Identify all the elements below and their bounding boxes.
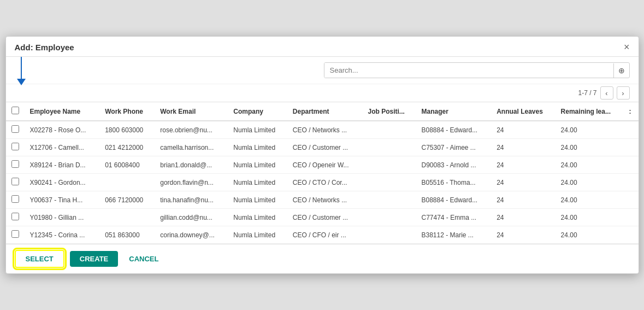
search-icon-button[interactable]: ⊕	[613, 63, 629, 78]
col-header-more: :	[624, 102, 639, 121]
cell-company: Numla Limited	[228, 121, 287, 139]
table-row: X90241 - Gordon... gordon.flavin@n... Nu…	[6, 174, 639, 191]
row-checkbox-cell[interactable]	[6, 209, 25, 226]
create-button[interactable]: CREATE	[70, 251, 118, 267]
cell-more	[624, 121, 639, 139]
cell-company: Numla Limited	[228, 156, 287, 174]
cell-job-position	[362, 226, 416, 244]
cell-employee-name: Y00637 - Tina H...	[25, 191, 100, 209]
cell-work-email: gordon.flavin@n...	[155, 174, 228, 191]
modal-header: Add: Employee ×	[6, 37, 639, 57]
cell-department: CEO / Networks ...	[287, 191, 363, 209]
table-body: X02278 - Rose O... 1800 603000 rose.obri…	[6, 121, 639, 244]
col-header-manager: Manager	[416, 102, 491, 121]
select-all-header[interactable]	[6, 102, 25, 121]
col-header-work-email: Work Email	[155, 102, 228, 121]
row-checkbox-6[interactable]	[11, 230, 19, 238]
arrow-indicator	[17, 57, 26, 85]
select-button[interactable]: SELECT	[15, 250, 64, 268]
next-page-button[interactable]: ›	[617, 86, 630, 100]
cell-work-email: brian1.donald@...	[155, 156, 228, 174]
cell-manager: B05516 - Thoma...	[416, 174, 491, 191]
cell-employee-name: X89124 - Brian D...	[25, 156, 100, 174]
cell-manager: B08884 - Edward...	[416, 191, 491, 209]
select-all-checkbox[interactable]	[11, 107, 19, 114]
cell-employee-name: Y01980 - Gillian ...	[25, 209, 100, 226]
cell-department: CEO / Openeir W...	[287, 156, 363, 174]
cell-manager: B38112 - Marie ...	[416, 226, 491, 244]
cell-work-email: camella.harrison...	[155, 139, 228, 156]
cell-manager: D90083 - Arnold ...	[416, 156, 491, 174]
cell-work-phone: 021 4212000	[99, 139, 155, 156]
cell-remaining-leaves: 24.00	[556, 121, 624, 139]
cell-work-email: gillian.codd@nu...	[155, 209, 228, 226]
row-checkbox-cell[interactable]	[6, 226, 25, 244]
cell-company: Numla Limited	[228, 226, 287, 244]
table-row: Y00637 - Tina H... 066 7120000 tina.hana…	[6, 191, 639, 209]
cell-more	[624, 209, 639, 226]
row-checkbox-2[interactable]	[11, 160, 19, 168]
table-row: X02278 - Rose O... 1800 603000 rose.obri…	[6, 121, 639, 139]
cell-employee-name: Y12345 - Corina ...	[25, 226, 100, 244]
table-row: X89124 - Brian D... 01 6008400 brian1.do…	[6, 156, 639, 174]
cell-department: CEO / Customer ...	[287, 139, 363, 156]
prev-page-button[interactable]: ‹	[600, 86, 613, 100]
table-row: Y01980 - Gillian ... gillian.codd@nu... …	[6, 209, 639, 226]
cell-more	[624, 139, 639, 156]
col-header-department: Department	[287, 102, 363, 121]
cell-job-position	[362, 156, 416, 174]
cell-annual-leaves: 24	[491, 209, 555, 226]
cell-more	[624, 226, 639, 244]
cell-annual-leaves: 24	[491, 139, 555, 156]
cell-work-phone	[99, 209, 155, 226]
close-button[interactable]: ×	[624, 42, 630, 52]
cell-job-position	[362, 191, 416, 209]
cell-department: CEO / CTO / Cor...	[287, 174, 363, 191]
cell-annual-leaves: 24	[491, 156, 555, 174]
modal-footer: SELECT CREATE CANCEL	[6, 244, 639, 273]
cell-employee-name: X12706 - Camell...	[25, 139, 100, 156]
cell-job-position	[362, 209, 416, 226]
cell-work-phone: 1800 603000	[99, 121, 155, 139]
col-header-annual-leaves: Annual Leaves	[491, 102, 555, 121]
cell-annual-leaves: 24	[491, 121, 555, 139]
employee-table-container: Employee Name Work Phone Work Email Comp…	[6, 102, 639, 244]
modal-title: Add: Employee	[15, 43, 74, 52]
cell-more	[624, 191, 639, 209]
cell-employee-name: X02278 - Rose O...	[25, 121, 100, 139]
row-checkbox-5[interactable]	[11, 213, 19, 220]
cancel-button[interactable]: CANCEL	[123, 251, 164, 267]
cell-department: CEO / Customer ...	[287, 209, 363, 226]
col-header-job-position: Job Positi...	[362, 102, 416, 121]
row-checkbox-cell[interactable]	[6, 174, 25, 191]
pagination-bar: 1-7 / 7 ‹ ›	[6, 84, 639, 102]
cell-work-email: rose.obrien@nu...	[155, 121, 228, 139]
col-header-remaining-leaves: Remaining lea...	[556, 102, 624, 121]
arrow-head	[17, 79, 26, 85]
cell-employee-name: X90241 - Gordon...	[25, 174, 100, 191]
row-checkbox-cell[interactable]	[6, 191, 25, 209]
cell-remaining-leaves: 24.00	[556, 156, 624, 174]
row-checkbox-3[interactable]	[11, 178, 19, 185]
add-employee-modal: Add: Employee × ⊕ 1-7 / 7 ‹ ›	[5, 36, 639, 274]
cell-work-phone	[99, 174, 155, 191]
cell-more	[624, 156, 639, 174]
arrow-line	[21, 57, 22, 79]
col-header-company: Company	[228, 102, 287, 121]
search-input[interactable]	[324, 63, 613, 78]
row-checkbox-cell[interactable]	[6, 156, 25, 174]
cell-department: CEO / CFO / eir ...	[287, 226, 363, 244]
cell-manager: C75307 - Aimee ...	[416, 139, 491, 156]
row-checkbox-0[interactable]	[11, 125, 19, 133]
cell-work-phone: 01 6008400	[99, 156, 155, 174]
cell-work-phone: 066 7120000	[99, 191, 155, 209]
cell-more	[624, 174, 639, 191]
search-icon: ⊕	[618, 66, 625, 75]
cell-manager: C77474 - Emma ...	[416, 209, 491, 226]
row-checkbox-cell[interactable]	[6, 121, 25, 139]
row-checkbox-1[interactable]	[11, 143, 19, 150]
cell-annual-leaves: 24	[491, 191, 555, 209]
cell-company: Numla Limited	[228, 209, 287, 226]
row-checkbox-4[interactable]	[11, 195, 19, 203]
row-checkbox-cell[interactable]	[6, 139, 25, 156]
